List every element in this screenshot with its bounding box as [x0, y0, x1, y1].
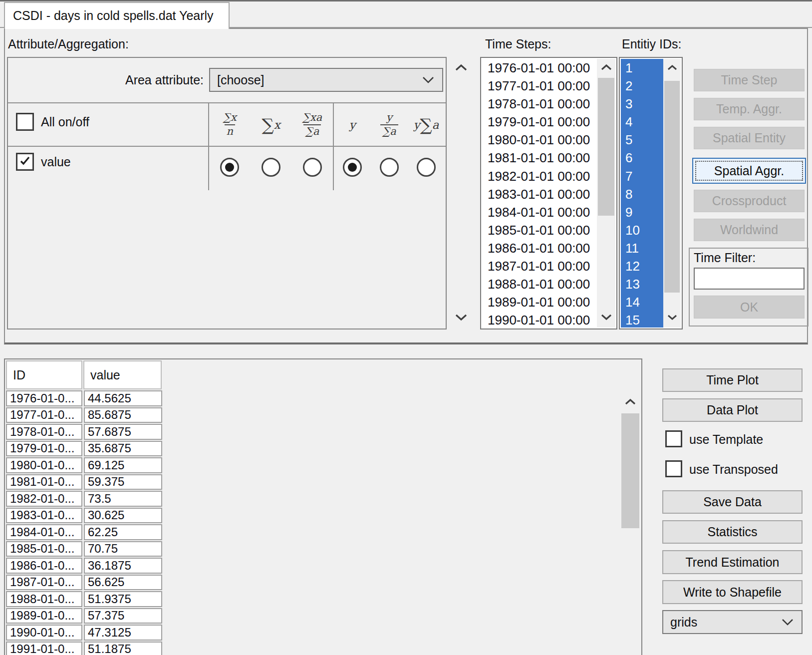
time-step-item[interactable]: 1986-01-01 00:00 — [482, 239, 595, 257]
table-row[interactable]: 1983-01-0... 30.625 — [6, 508, 171, 524]
scroll-up-button[interactable] — [450, 60, 473, 77]
scroll-down-button[interactable] — [597, 310, 615, 327]
cell-id[interactable]: 1980-01-0... — [6, 457, 82, 473]
area-attribute-dropdown[interactable]: [choose] — [209, 68, 443, 92]
table-row[interactable]: 1991-01-0... 51.1875 — [6, 642, 171, 655]
cell-value[interactable]: 57.375 — [84, 608, 162, 624]
cell-value[interactable]: 30.625 — [84, 508, 162, 524]
cell-id[interactable]: 1977-01-0... — [6, 407, 82, 423]
entity-id-item[interactable]: 4 — [621, 113, 664, 131]
cell-value[interactable]: 85.6875 — [84, 407, 162, 423]
results-scrollbar[interactable] — [620, 392, 640, 655]
cell-id[interactable]: 1983-01-0... — [6, 508, 82, 524]
entity-id-item[interactable]: 15 — [621, 311, 664, 328]
time-step-item[interactable]: 1980-01-01 00:00 — [482, 131, 595, 149]
table-row[interactable]: 1980-01-0... 69.125 — [6, 457, 171, 473]
time-step-item[interactable]: 1987-01-01 00:00 — [482, 257, 595, 275]
cell-id[interactable]: 1991-01-0... — [6, 642, 82, 655]
cell-value[interactable]: 56.625 — [84, 575, 162, 591]
scroll-up-button[interactable] — [620, 394, 640, 411]
entity-id-item[interactable]: 1 — [621, 59, 664, 77]
cell-value[interactable]: 70.75 — [84, 541, 162, 557]
entity-ids-list[interactable]: 1 2 3 4 5 6 7 8 9 10 11 12 — [619, 57, 683, 329]
time-step-item[interactable]: 1982-01-01 00:00 — [482, 167, 595, 185]
scroll-up-button[interactable] — [663, 60, 681, 77]
all-on-off-checkbox[interactable] — [16, 113, 34, 131]
radio-mean[interactable] — [220, 158, 239, 177]
table-row[interactable]: 1989-01-0... 57.375 — [6, 608, 171, 624]
radio-y-over-sum-a[interactable] — [380, 158, 399, 177]
column-header-value[interactable]: value — [83, 360, 162, 389]
statistics-button[interactable]: Statistics — [662, 520, 803, 544]
attribute-panel-scrollbar[interactable] — [450, 58, 473, 328]
time-steps-scrollbar[interactable] — [597, 59, 615, 328]
save-data-button[interactable]: Save Data — [662, 490, 803, 514]
time-step-item[interactable]: 1988-01-01 00:00 — [482, 275, 595, 293]
scroll-down-button[interactable] — [663, 310, 681, 327]
table-row[interactable]: 1982-01-0... 73.5 — [6, 491, 171, 507]
table-row[interactable]: 1986-01-0... 36.1875 — [6, 558, 171, 574]
cell-id[interactable]: 1984-01-0... — [6, 524, 82, 540]
cell-value[interactable]: 57.6875 — [84, 424, 162, 440]
time-step-item[interactable]: 1983-01-01 00:00 — [482, 185, 595, 203]
scroll-down-button[interactable] — [450, 310, 473, 327]
scrollbar-thumb[interactable] — [598, 78, 614, 216]
use-template-checkbox[interactable] — [665, 430, 682, 447]
entity-id-item[interactable]: 5 — [621, 131, 664, 149]
radio-sum[interactable] — [262, 158, 280, 177]
cell-value[interactable]: 47.3125 — [84, 625, 162, 641]
entity-id-item[interactable]: 11 — [621, 239, 664, 257]
value-checkbox[interactable] — [16, 153, 34, 171]
time-step-item[interactable]: 1984-01-01 00:00 — [482, 203, 595, 221]
scrollbar-thumb[interactable] — [664, 81, 680, 293]
entity-id-item[interactable]: 7 — [621, 167, 664, 185]
output-type-dropdown[interactable]: grids — [662, 610, 803, 634]
cell-id[interactable]: 1988-01-0... — [6, 591, 82, 607]
cell-id[interactable]: 1976-01-0... — [6, 390, 82, 406]
radio-y-sum-a[interactable] — [417, 158, 436, 177]
cell-id[interactable]: 1986-01-0... — [6, 558, 82, 574]
table-row[interactable]: 1978-01-0... 57.6875 — [6, 424, 171, 440]
table-row[interactable]: 1977-01-0... 85.6875 — [6, 407, 171, 423]
entity-id-item[interactable]: 12 — [621, 257, 664, 275]
entity-ids-scrollbar[interactable] — [663, 59, 681, 328]
time-plot-button[interactable]: Time Plot — [662, 368, 803, 392]
entity-id-item[interactable]: 2 — [621, 77, 664, 95]
cell-value[interactable]: 69.125 — [84, 457, 162, 473]
cell-id[interactable]: 1978-01-0... — [6, 424, 82, 440]
table-row[interactable]: 1990-01-0... 47.3125 — [6, 625, 171, 641]
cell-value[interactable]: 51.1875 — [84, 642, 162, 655]
time-step-item[interactable]: 1979-01-01 00:00 — [482, 113, 595, 131]
write-to-shapefile-button[interactable]: Write to Shapefile — [662, 580, 803, 604]
radio-area-weighted[interactable] — [303, 158, 322, 177]
cell-id[interactable]: 1990-01-0... — [6, 625, 82, 641]
entity-id-item[interactable]: 13 — [621, 275, 664, 293]
table-row[interactable]: 1988-01-0... 51.9375 — [6, 591, 171, 607]
time-step-item[interactable]: 1990-01-01 00:00 — [482, 311, 595, 328]
time-steps-list[interactable]: 1976-01-01 00:00 1977-01-01 00:00 1978-0… — [480, 57, 617, 329]
cell-value[interactable]: 62.25 — [84, 524, 162, 540]
cell-value[interactable]: 35.6875 — [84, 441, 162, 457]
time-step-item[interactable]: 1976-01-01 00:00 — [482, 59, 595, 77]
time-step-item[interactable]: 1985-01-01 00:00 — [482, 221, 595, 239]
cell-id[interactable]: 1985-01-0... — [6, 541, 82, 557]
entity-id-item[interactable]: 3 — [621, 95, 664, 113]
cell-id[interactable]: 1979-01-0... — [6, 441, 82, 457]
scroll-up-button[interactable] — [597, 60, 615, 77]
entity-id-item[interactable]: 6 — [621, 149, 664, 167]
data-plot-button[interactable]: Data Plot — [662, 398, 803, 422]
trend-estimation-button[interactable]: Trend Estimation — [662, 550, 803, 574]
cell-value[interactable]: 59.375 — [84, 474, 162, 490]
entity-id-item[interactable]: 10 — [621, 221, 664, 239]
cell-id[interactable]: 1987-01-0... — [6, 575, 82, 591]
cell-value[interactable]: 73.5 — [84, 491, 162, 507]
table-row[interactable]: 1984-01-0... 62.25 — [6, 524, 171, 540]
scrollbar-thumb[interactable] — [621, 413, 639, 528]
time-step-item[interactable]: 1981-01-01 00:00 — [482, 149, 595, 167]
time-step-item[interactable]: 1978-01-01 00:00 — [482, 95, 595, 113]
entity-id-item[interactable]: 8 — [621, 185, 664, 203]
table-row[interactable]: 1987-01-0... 56.625 — [6, 575, 171, 591]
use-transposed-checkbox[interactable] — [665, 460, 682, 477]
radio-y[interactable] — [343, 158, 362, 177]
entity-id-item[interactable]: 9 — [621, 203, 664, 221]
